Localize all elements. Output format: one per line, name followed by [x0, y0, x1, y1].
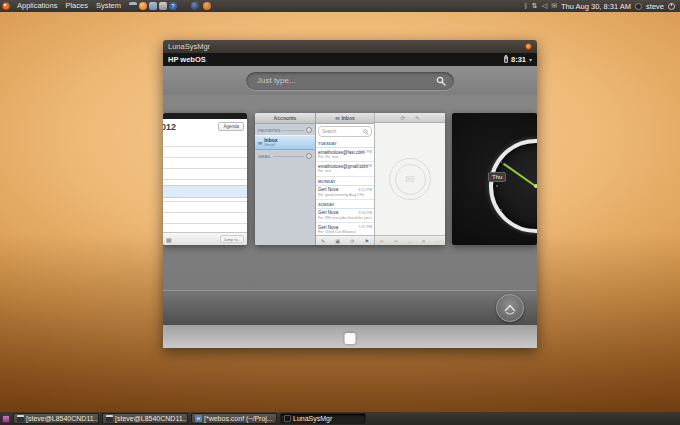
username-label[interactable]: steve: [646, 2, 664, 11]
reply-icon[interactable]: ↩: [380, 238, 384, 244]
top-panel: Applications Places System ? ᛒ ⇅ ◁ ✉ Thu…: [0, 0, 680, 12]
calendar-date-label: 012: [163, 122, 176, 132]
reply-all-icon[interactable]: ↪: [393, 238, 397, 244]
close-icon[interactable]: [525, 43, 532, 50]
calendar-day-grid[interactable]: [163, 136, 247, 232]
taskbar: [steve@L8540CND11... [steve@L8540CND11..…: [0, 412, 680, 425]
edit-icon[interactable]: ✎: [415, 115, 420, 121]
launcher-arrow-button[interactable]: [496, 294, 524, 322]
mail-row[interactable]: Geri Nova Fw: RH new jobs found for you …: [316, 209, 374, 223]
favorite-inbox-subtitle: Gmail: [264, 143, 277, 148]
clock-card[interactable]: Thu: [452, 113, 537, 245]
section-rule: [282, 130, 304, 131]
accounts-panel: Accounts FAVORITES ✉ Inbox Gmail: [255, 113, 316, 245]
search-icon: [436, 76, 446, 86]
collapse-account-icon[interactable]: [306, 153, 312, 159]
calendar-toolbar: ▦ Jump to...: [163, 232, 247, 245]
mail-search-box[interactable]: [318, 126, 372, 137]
folder-icon[interactable]: ▣: [335, 238, 340, 244]
menu-applications[interactable]: Applications: [13, 0, 61, 12]
gesture-area[interactable]: [163, 325, 537, 348]
clock-tick: [500, 209, 502, 211]
inbox-header-label: Inbox: [341, 115, 354, 121]
mail-time: 6:04 PM: [359, 211, 372, 215]
power-icon[interactable]: [668, 3, 675, 10]
compose-icon[interactable]: ✎: [321, 238, 325, 244]
volume-icon[interactable]: ◁: [542, 0, 547, 12]
just-type-zone: [163, 66, 537, 95]
menu-places[interactable]: Places: [61, 0, 92, 12]
network-icon[interactable]: ⇅: [532, 0, 538, 12]
bluetooth-icon[interactable]: ᛒ: [524, 0, 528, 12]
sync-icon[interactable]: ⟳: [350, 238, 354, 244]
card-view: 012 Agenda ▦ Jump to... Accounts: [163, 95, 537, 290]
taskbar-button-editor[interactable]: e [*webos.conf (~/Proj...: [191, 413, 277, 424]
mail-time: 9:43 PM: [359, 164, 372, 168]
show-desktop-icon[interactable]: [2, 415, 10, 423]
mail-row[interactable]: emailnotices@gmail.com Re: test 9:43 PM: [316, 162, 374, 176]
lunasysmgr-window: LunaSysMgr HP webOS 8:31 ▾: [163, 40, 537, 348]
mail-list[interactable]: TUESDAY emailnotices@fast.com Fw: Re: te…: [316, 139, 374, 235]
ubuntu-logo-icon[interactable]: [2, 2, 10, 10]
statusbar-indicators[interactable]: 8:31 ▾: [504, 55, 532, 64]
file-manager-launcher-icon[interactable]: [149, 2, 157, 10]
ubuntu-one-icon[interactable]: [203, 2, 211, 10]
menu-system[interactable]: System: [92, 0, 125, 12]
app-launcher-icon[interactable]: [159, 2, 167, 10]
inbox-toolbar: ✎ ▣ ⟳ ⚑: [316, 235, 374, 245]
more-icon[interactable]: ⋯: [435, 238, 440, 244]
delete-icon[interactable]: ✕: [422, 238, 426, 244]
terminal-icon: [106, 415, 113, 422]
panel-clock[interactable]: Thu Aug 30, 8:31 AM: [561, 2, 631, 11]
inbox-panel: ✉ Inbox TUESDAY emailnotices@fast.co: [316, 113, 375, 245]
forward-icon[interactable]: →: [407, 238, 412, 244]
edit-favorites-icon[interactable]: [306, 127, 312, 133]
clock-tick: [496, 185, 498, 187]
mail-indicator-icon[interactable]: ✉: [551, 0, 557, 12]
help-launcher-icon[interactable]: ?: [169, 2, 177, 10]
reading-pane: ⟳ ✎ ✉ ↩ ↪ → ✕ ⋯: [375, 113, 445, 245]
terminal-icon: [17, 415, 24, 422]
just-type-search[interactable]: [246, 72, 454, 90]
calendar-card[interactable]: 012 Agenda ▦ Jump to...: [163, 113, 247, 245]
quick-launch-dock: [163, 290, 537, 325]
jump-to-button[interactable]: Jump to...: [220, 235, 244, 243]
terminal-launcher-icon[interactable]: [129, 2, 137, 10]
mail-search-input[interactable]: [319, 129, 363, 134]
calendar-current-slot: [163, 185, 247, 198]
window-titlebar[interactable]: LunaSysMgr: [163, 40, 537, 53]
mail-time: 9:51 PM: [359, 150, 372, 154]
text-editor-icon: e: [195, 415, 202, 422]
mail-row[interactable]: Geri Nova Fw: Used Car Blowout 5:31 PM: [316, 223, 374, 235]
panel-launchers: ?: [129, 2, 177, 10]
month-view-icon[interactable]: ▦: [166, 236, 172, 243]
email-card[interactable]: Accounts FAVORITES ✉ Inbox Gmail: [255, 113, 445, 245]
mail-subject: Re: good morning Aug 27th: [318, 193, 372, 198]
accounts-header: Accounts: [255, 113, 315, 124]
just-type-input[interactable]: [246, 76, 436, 85]
flag-icon[interactable]: ⚑: [364, 238, 368, 244]
battery-icon: [504, 56, 508, 63]
taskbar-button-terminal-2[interactable]: [steve@L8540CND11...: [102, 413, 188, 424]
taskbar-button-terminal-1[interactable]: [steve@L8540CND11...: [13, 413, 99, 424]
taskbar-button-label: [steve@L8540CND11...: [115, 415, 188, 422]
envelope-watermark-icon: ✉: [395, 164, 426, 195]
day-section-header: MONDAY: [316, 177, 374, 186]
globe-icon[interactable]: [191, 2, 199, 10]
account-label: GMAIL: [258, 154, 271, 159]
window-title: LunaSysMgr: [168, 42, 210, 51]
mail-subject: Fw: Used Car Blowout: [318, 230, 372, 235]
refresh-icon[interactable]: ⟳: [400, 115, 405, 121]
mail-row[interactable]: Geri Nova Re: good morning Aug 27th 8:12…: [316, 186, 374, 200]
favorite-inbox-item[interactable]: ✉ Inbox Gmail: [255, 135, 315, 150]
section-rule: [273, 156, 304, 157]
clock-tick: [500, 161, 502, 163]
firefox-launcher-icon[interactable]: [139, 2, 147, 10]
reading-toolbar: ⟳ ✎: [375, 113, 445, 123]
taskbar-button-lunasysmgr[interactable]: LunaSysMgr: [280, 413, 366, 424]
mail-row[interactable]: emailnotices@fast.com Fw: Re: test 9:51 …: [316, 148, 374, 162]
user-status-icon[interactable]: [635, 3, 642, 10]
agenda-button[interactable]: Agenda: [218, 122, 244, 131]
mail-subject: Re: test: [318, 169, 372, 174]
mail-subject: Fw: RH new jobs found for you this week: [318, 216, 372, 221]
